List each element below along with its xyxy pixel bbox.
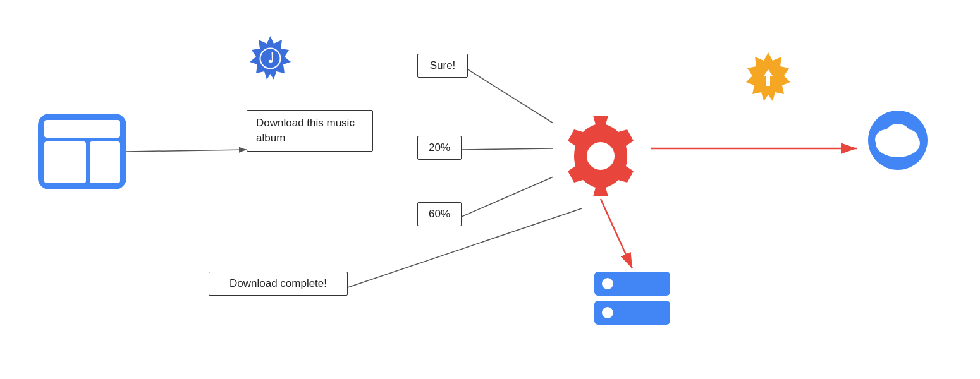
music-badge: ♩ (247, 35, 294, 82)
svg-line-12 (126, 150, 247, 152)
browser-top-bar (44, 120, 120, 138)
diagram-container: ♩ Download this music album Sure! 20% 60… (0, 0, 980, 379)
twenty-percent-label: 20% (417, 136, 462, 160)
download-music-text: Download this music album (256, 117, 355, 144)
browser-bottom (44, 141, 120, 183)
server-item-1 (594, 272, 670, 296)
svg-line-14 (462, 148, 553, 150)
server-item-2 (594, 301, 670, 325)
settings-gear-icon (550, 98, 651, 199)
sure-label: Sure! (417, 54, 468, 78)
sixty-percent-label: 60% (417, 202, 462, 226)
svg-line-15 (462, 177, 553, 217)
sixty-percent-text: 60% (429, 208, 450, 220)
svg-line-20 (601, 199, 632, 268)
download-badge-icon (740, 51, 797, 107)
download-complete-label: Download complete! (209, 272, 348, 296)
svg-text:♩: ♩ (267, 50, 274, 66)
twenty-percent-text: 20% (429, 141, 450, 153)
download-music-label: Download this music album (247, 110, 373, 152)
server-dot-2 (602, 307, 613, 318)
sure-text: Sure! (430, 59, 456, 71)
server-dot-1 (602, 278, 613, 289)
server-stack (594, 272, 670, 330)
browser-right-panel (90, 141, 120, 183)
cloud-service-icon (860, 111, 936, 171)
browser-app-icon (38, 114, 126, 190)
svg-point-11 (885, 124, 910, 145)
download-complete-text: Download complete! (230, 277, 327, 289)
arrows-overlay (0, 0, 980, 379)
browser-left-panel (44, 141, 86, 183)
svg-line-16 (348, 208, 582, 287)
svg-line-13 (468, 69, 553, 123)
svg-point-3 (587, 142, 615, 170)
